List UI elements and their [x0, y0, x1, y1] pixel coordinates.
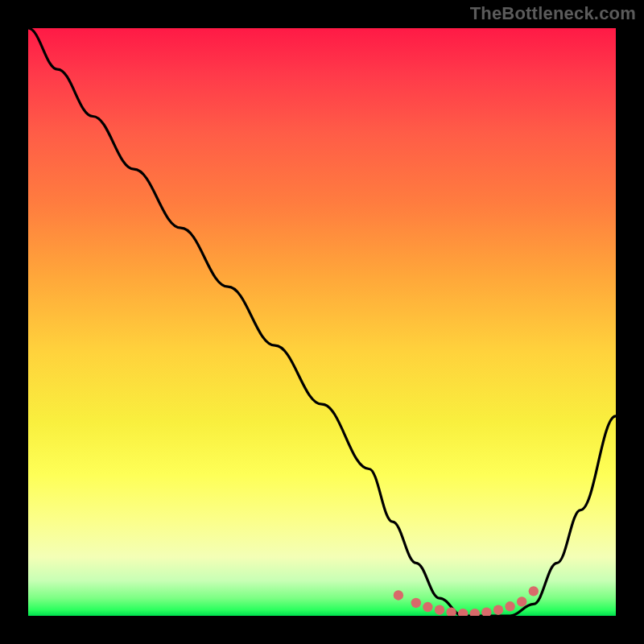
bottleneck-curve — [28, 28, 616, 616]
marker-dot — [423, 602, 432, 612]
marker-dot — [446, 607, 456, 616]
optimal-region-dots — [394, 586, 539, 616]
chart-frame: TheBottleneck.com — [0, 0, 644, 644]
marker-dot — [493, 605, 503, 615]
watermark-text: TheBottleneck.com — [470, 3, 636, 24]
marker-dot — [394, 590, 403, 600]
marker-dot — [458, 609, 468, 616]
marker-dot — [517, 597, 526, 606]
marker-dot — [411, 598, 421, 608]
curve-overlay — [28, 28, 616, 616]
plot-area — [28, 28, 616, 616]
marker-dot — [470, 609, 480, 616]
marker-dot — [529, 586, 539, 596]
marker-dot — [481, 607, 491, 616]
marker-dot — [435, 605, 444, 615]
marker-dot — [505, 601, 514, 611]
